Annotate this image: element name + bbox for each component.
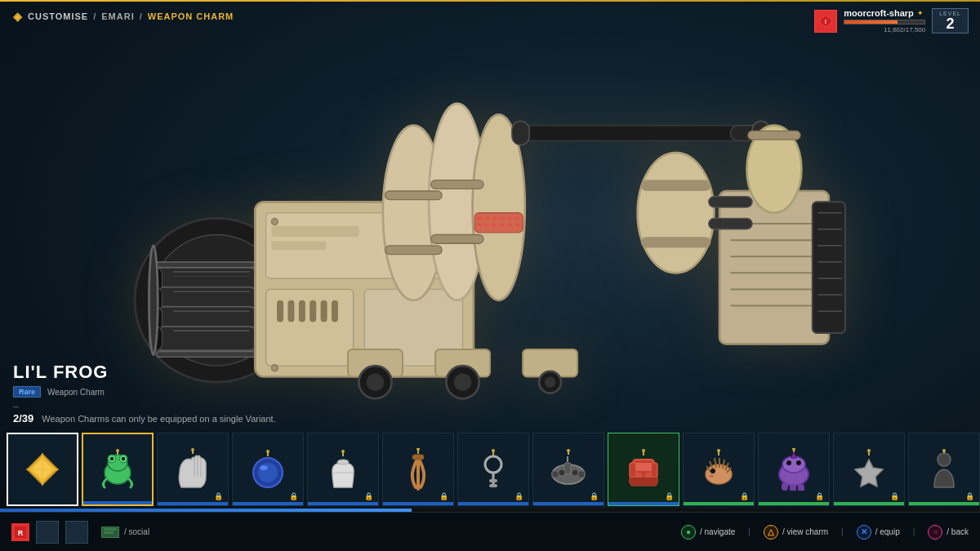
lock-icon-6: 🔒 <box>514 492 523 500</box>
xp-bar-container <box>844 20 925 24</box>
svg-rect-33 <box>332 300 338 322</box>
navigate-button[interactable]: ● <box>681 525 696 540</box>
svg-point-92 <box>116 449 119 452</box>
svg-rect-68 <box>641 180 711 191</box>
item-inner-1 <box>93 445 142 494</box>
player-info: ! moorcroft-sharp ✦ 11,602/17,500 LEVEL … <box>814 8 969 33</box>
control-hint-navigate: ● / navigate <box>681 525 735 540</box>
weapon-tags: Rare Weapon Charm <box>13 386 109 398</box>
item-slot-2[interactable]: 🔒 <box>157 433 229 506</box>
lock-icon-2: 🔒 <box>214 492 223 500</box>
level-badge: LEVEL 2 <box>932 8 969 33</box>
svg-point-110 <box>485 456 501 473</box>
svg-point-102 <box>266 450 270 453</box>
svg-rect-120 <box>578 471 585 478</box>
svg-rect-34 <box>271 226 359 237</box>
bottom-tab-2[interactable] <box>65 521 88 544</box>
lock-icon-3: 🔒 <box>289 492 298 500</box>
control-hint-back: ○ / back <box>928 525 969 540</box>
svg-point-121 <box>559 469 565 476</box>
breadcrumb-current: WEAPON CHARM <box>148 11 234 21</box>
breadcrumb-home: CUSTOMISE <box>28 11 88 21</box>
svg-rect-41 <box>431 180 483 189</box>
lock-icon-8: 🔒 <box>665 492 674 500</box>
svg-point-24 <box>271 218 278 224</box>
item-slot-5[interactable]: 🔒 <box>382 433 454 506</box>
item-slot-10[interactable]: 🔒 <box>758 433 830 506</box>
svg-point-26 <box>271 365 278 371</box>
bottom-bar: R / social ● / navigate | △ / view charm… <box>0 512 980 551</box>
svg-rect-42 <box>431 235 483 244</box>
svg-rect-29 <box>287 300 294 322</box>
item-inner-3 <box>243 445 292 494</box>
svg-point-132 <box>642 449 645 452</box>
view-charm-button[interactable]: △ <box>764 525 778 540</box>
svg-point-142 <box>709 474 714 478</box>
xp-bar-fill <box>844 20 898 24</box>
item-inner-10 <box>769 445 818 494</box>
item-slot-9[interactable]: 🔒 <box>683 433 755 506</box>
counter-section: 2/39 Weapon Charms can only be equipped … <box>13 412 276 424</box>
navigate-label: / navigate <box>700 527 735 536</box>
breadcrumb-sep1: / <box>93 11 96 21</box>
items-bar: 🔒 🔒 🔒 <box>0 429 980 510</box>
svg-rect-107 <box>412 455 424 460</box>
lock-icon-9: 🔒 <box>740 492 749 500</box>
svg-point-148 <box>796 460 801 465</box>
counter-text: 2/39 <box>13 412 33 424</box>
svg-point-146 <box>782 456 805 473</box>
svg-rect-151 <box>798 484 804 491</box>
svg-point-106 <box>341 450 345 453</box>
item-slot-6[interactable]: 🔒 <box>457 433 529 506</box>
xp-text: 11,602/17,500 <box>844 26 925 33</box>
lock-icon-11: 🔒 <box>890 492 899 500</box>
item-slot-12[interactable]: 🔒 <box>908 433 980 506</box>
svg-point-76 <box>367 373 384 390</box>
svg-rect-149 <box>782 482 788 491</box>
svg-point-97 <box>191 448 194 451</box>
item-inner-5 <box>394 445 443 494</box>
svg-rect-48 <box>512 121 529 144</box>
svg-rect-112 <box>489 479 497 482</box>
svg-rect-71 <box>709 218 753 229</box>
svg-rect-30 <box>299 300 305 322</box>
svg-rect-162 <box>104 531 114 534</box>
svg-point-99 <box>258 463 278 482</box>
player-details: moorcroft-sharp ✦ 11,602/17,500 <box>844 8 925 33</box>
control-hint-view-charm: △ / view charm <box>764 525 828 540</box>
svg-point-67 <box>638 153 715 273</box>
item-slot-0[interactable] <box>7 433 78 506</box>
svg-point-90 <box>122 457 125 460</box>
weapon-name: LI'L FROG <box>13 362 109 383</box>
avatar: ! <box>814 10 837 33</box>
item-slot-1[interactable] <box>82 433 154 506</box>
item-slot-4[interactable]: 🔒 <box>307 433 379 506</box>
item-slot-11[interactable]: 🔒 <box>833 433 905 506</box>
item-inner-7 <box>544 445 593 494</box>
svg-rect-161 <box>104 528 117 531</box>
svg-text:!: ! <box>825 19 826 24</box>
item-inner-2 <box>168 445 217 494</box>
equip-button[interactable]: ✕ <box>857 525 871 540</box>
lock-icon-12: 🔒 <box>965 492 974 500</box>
svg-point-141 <box>710 469 715 473</box>
svg-rect-113 <box>489 484 497 487</box>
player-name-row: moorcroft-sharp ✦ <box>844 8 925 18</box>
item-slot-7[interactable]: 🔒 <box>532 433 604 506</box>
item-inner-11 <box>844 445 893 494</box>
lock-icon-10: 🔒 <box>815 492 824 500</box>
svg-point-124 <box>567 449 570 452</box>
item-inner-6 <box>469 445 518 494</box>
svg-rect-128 <box>635 463 652 471</box>
svg-point-156 <box>938 453 951 466</box>
svg-point-144 <box>717 449 720 452</box>
item-slot-8[interactable]: 🔒 <box>608 433 679 506</box>
back-button[interactable]: ○ <box>928 525 942 540</box>
svg-rect-39 <box>385 191 443 200</box>
bottom-tab-1[interactable] <box>36 521 59 544</box>
social-icon <box>101 527 119 538</box>
weapon-svg <box>0 49 980 420</box>
breadcrumb-icon: ◈ <box>13 10 23 23</box>
item-slot-3[interactable]: 🔒 <box>232 433 304 506</box>
svg-rect-7 <box>151 327 261 350</box>
